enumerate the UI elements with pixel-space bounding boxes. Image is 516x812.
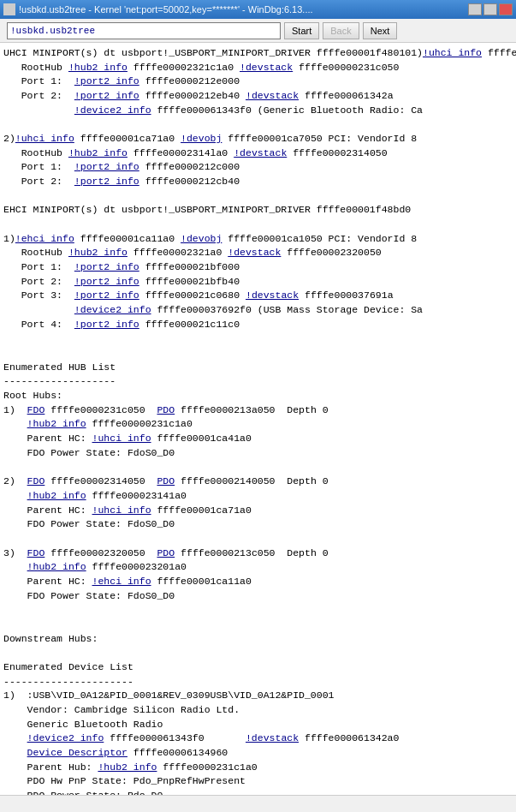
debug-link[interactable]: !hub2 info bbox=[68, 247, 128, 258]
title-buttons bbox=[468, 3, 513, 15]
command-input[interactable] bbox=[7, 22, 281, 39]
content-line: !hub2 info ffffe000023201a0 bbox=[3, 560, 513, 575]
content-line: Device Descriptor ffffe00006134960 bbox=[3, 746, 513, 761]
debug-link[interactable]: !port2 info bbox=[74, 276, 139, 287]
main-area: UHCI MINIPORT(s) dt usbport!_USBPORT_MIN… bbox=[0, 43, 516, 795]
debug-link[interactable]: !device2 info bbox=[74, 304, 151, 315]
content-line bbox=[3, 460, 513, 475]
debug-link[interactable]: !hub2 info bbox=[27, 561, 86, 572]
content-line: RootHub !hub2 info ffffe00002314la0 !dev… bbox=[3, 146, 513, 161]
content-line: Root Hubs: bbox=[3, 389, 513, 403]
content-line bbox=[3, 532, 513, 546]
content-line: FDO Power State: FdoS0_D0 bbox=[3, 446, 513, 461]
content-line: Parent HC: !uhci info ffffe00001ca41a0 bbox=[3, 432, 513, 446]
status-bar bbox=[0, 795, 516, 812]
content-line: Port 4: !port2 info ffffe000021c11c0 bbox=[3, 318, 513, 332]
content-line bbox=[3, 618, 513, 632]
next-button[interactable]: Next bbox=[363, 22, 398, 39]
debug-link[interactable]: PDO bbox=[157, 404, 175, 415]
content-line: !hub2 info ffffe000023141a0 bbox=[3, 489, 513, 504]
content-line: Enumerated HUB List bbox=[3, 361, 513, 375]
content-line: UHCI MINIPORT(s) dt usbport!_USBPORT_MIN… bbox=[3, 46, 513, 61]
content-line: FDO Power State: FdoS0_D0 bbox=[3, 517, 513, 532]
close-button[interactable] bbox=[499, 3, 513, 15]
debug-link[interactable]: !devobj bbox=[181, 133, 222, 144]
content-line bbox=[3, 603, 513, 618]
debug-link[interactable]: !devstack bbox=[246, 732, 299, 743]
debug-link[interactable]: !devstack bbox=[240, 62, 293, 73]
debug-link[interactable]: !devstack bbox=[234, 147, 287, 158]
content-line: Port 2: !port2 info ffffe0000212cb40 bbox=[3, 175, 513, 189]
debug-link[interactable]: !uhci info bbox=[423, 47, 482, 58]
content-line: EHCI MINIPORT(s) dt usbport!_USBPORT_MIN… bbox=[3, 203, 513, 218]
debug-link[interactable]: FDO bbox=[27, 547, 45, 558]
debug-link[interactable]: !port2 info bbox=[74, 161, 139, 172]
content-line: Port 1: !port2 info ffffe0000212c000 bbox=[3, 160, 513, 175]
content-line: Port 2: !port2 info ffffe000021bfb40 bbox=[3, 275, 513, 290]
debug-link[interactable]: Device Descriptor bbox=[27, 747, 128, 758]
content-line: 1)!ehci info ffffe00001ca11a0 !devobj ff… bbox=[3, 232, 513, 247]
debug-link[interactable]: !ehci info bbox=[92, 576, 151, 587]
debug-link[interactable]: !device2 info bbox=[27, 732, 104, 743]
debug-link[interactable]: !devobj bbox=[181, 233, 222, 244]
content-line: FDO Power State: FdoS0_D0 bbox=[3, 589, 513, 604]
content-line: 1) :USB\VID_0A12&PID_0001&REV_0309USB\VI… bbox=[3, 689, 513, 703]
debug-link[interactable]: !port2 info bbox=[74, 290, 139, 301]
minimize-button[interactable] bbox=[468, 3, 482, 15]
content-line: Port 1: !port2 info ffffe000021bf000 bbox=[3, 260, 513, 275]
content-line: Parent Hub: !hub2 info ffffe0000231c1a0 bbox=[3, 761, 513, 775]
content-line: Port 1: !port2 info ffffe0000212e000 bbox=[3, 75, 513, 89]
content-line: PDO Hw PnP State: Pdo_PnpRefHwPresent bbox=[3, 774, 513, 789]
content-line: Enumerated Device List bbox=[3, 660, 513, 675]
debug-link[interactable]: PDO bbox=[157, 547, 175, 558]
content-line: Port 2: !port2 info ffffe0000212eb40 !de… bbox=[3, 89, 513, 104]
debug-link[interactable]: !devstack bbox=[228, 247, 281, 258]
content-line: Parent HC: !ehci info ffffe00001ca11a0 bbox=[3, 575, 513, 589]
debug-link[interactable]: !port2 info bbox=[74, 176, 139, 187]
debug-link[interactable]: !uhci info bbox=[92, 433, 151, 444]
content-line bbox=[3, 331, 513, 346]
debug-link[interactable]: FDO bbox=[27, 475, 45, 487]
debug-link[interactable]: !hub2 info bbox=[68, 147, 128, 158]
start-button[interactable]: Start bbox=[284, 22, 319, 39]
back-button[interactable]: Back bbox=[323, 22, 359, 39]
content-line: ---------------------- bbox=[3, 675, 513, 690]
content-line: 1) FDO ffffe0000231c050 PDO ffffe0000213… bbox=[3, 403, 513, 418]
content-line: Vendor: Cambridge Silicon Radio Ltd. bbox=[3, 703, 513, 718]
title-bar-left: !usbkd.usb2tree - Kernel 'net:port=50002… bbox=[3, 3, 313, 15]
debug-link[interactable]: !hub2 info bbox=[27, 418, 86, 429]
debug-link[interactable]: !port2 info bbox=[74, 261, 139, 272]
content-line bbox=[3, 218, 513, 232]
content-line bbox=[3, 346, 513, 361]
debug-link[interactable]: !port2 info bbox=[74, 75, 139, 87]
debug-link[interactable]: !devstack bbox=[246, 290, 299, 301]
debug-link[interactable]: !hub2 info bbox=[68, 62, 128, 73]
debug-link[interactable]: !port2 info bbox=[74, 90, 139, 101]
content-line: 2)!uhci info ffffe00001ca71a0 !devobj ff… bbox=[3, 132, 513, 146]
content-line: PDO Power State: Pdo_D0 bbox=[3, 789, 513, 795]
content-line: 3) FDO ffffe00002320050 PDO ffffe0000213… bbox=[3, 546, 513, 561]
maximize-button[interactable] bbox=[483, 3, 497, 15]
content-line: RootHub !hub2 info ffffe00002321c1a0 !de… bbox=[3, 61, 513, 75]
debug-link[interactable]: !hub2 info bbox=[98, 761, 157, 773]
content-line: !device2 info ffffe000061343f0 (Generic … bbox=[3, 104, 513, 118]
debug-link[interactable]: !device2 info bbox=[74, 104, 151, 116]
debug-link[interactable]: PDO bbox=[157, 475, 175, 487]
debug-link[interactable]: !hub2 info bbox=[27, 490, 86, 501]
debug-link[interactable]: !uhci info bbox=[15, 133, 74, 144]
window-title: !usbkd.usb2tree - Kernel 'net:port=50002… bbox=[19, 4, 313, 15]
content-line: Parent HC: !uhci info ffffe00001ca71a0 bbox=[3, 504, 513, 518]
content-line bbox=[3, 646, 513, 660]
debug-link[interactable]: !devstack bbox=[246, 90, 299, 101]
debug-link[interactable]: !ehci info bbox=[15, 233, 74, 244]
debug-link[interactable]: !uhci info bbox=[92, 505, 151, 516]
title-bar: !usbkd.usb2tree - Kernel 'net:port=50002… bbox=[0, 0, 516, 19]
content-line: 2) FDO ffffe00002314050 PDO ffffe0000214… bbox=[3, 475, 513, 489]
content-area[interactable]: UHCI MINIPORT(s) dt usbport!_USBPORT_MIN… bbox=[0, 43, 516, 795]
debug-link[interactable]: !port2 info bbox=[74, 319, 139, 330]
content-line: Port 3: !port2 info ffffe000021c0680 !de… bbox=[3, 289, 513, 303]
content-line: !device2 info ffffe000037692f0 (USB Mass… bbox=[3, 303, 513, 318]
debug-link[interactable]: FDO bbox=[27, 404, 45, 415]
content-line bbox=[3, 117, 513, 132]
toolbar: Start Back Next bbox=[0, 19, 516, 43]
